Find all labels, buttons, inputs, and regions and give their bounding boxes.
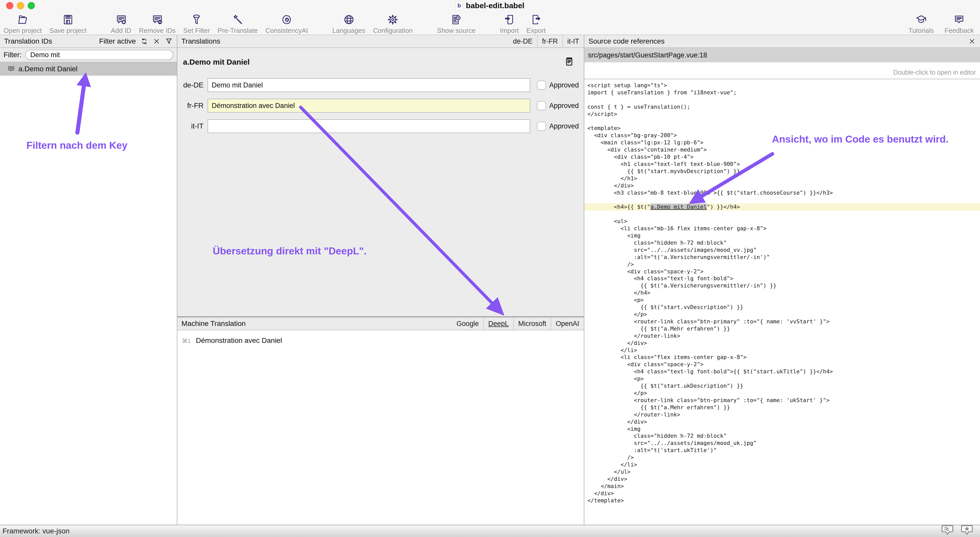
code-line <box>587 118 980 125</box>
bubble-star-icon[interactable] <box>961 525 973 537</box>
provider-tab-google[interactable]: Google <box>452 317 483 330</box>
code-line: {{ $t("a.Mehr erfahren") }} <box>587 404 980 411</box>
code-line: <h4 class="text-lg font-bold"> <box>587 275 980 282</box>
export-icon <box>530 13 542 25</box>
filter-funnel-icon[interactable] <box>165 37 173 45</box>
toolbar-feedback-button[interactable]: Feedback <box>945 13 974 35</box>
comment-icon <box>7 65 15 73</box>
code-line: {{ $t("a.Mehr erfahren") }} <box>587 325 980 332</box>
clear-filter-icon[interactable] <box>153 37 161 45</box>
toolbar-item-label: Set Filter <box>183 27 210 35</box>
toolbar-import-button[interactable]: Import <box>500 13 519 35</box>
translation-key-link[interactable]: a.Demo mit Daniel <box>651 204 707 210</box>
code-line: </template> <box>587 497 980 504</box>
provider-tab-microsoft[interactable]: Microsoft <box>513 317 551 330</box>
translation-input-de-de[interactable] <box>208 78 530 92</box>
code-line: <p> <box>587 296 980 304</box>
main-area: Translation IDs Filter active Filter: a.… <box>0 35 980 525</box>
source-references-title: Source code references <box>589 37 665 45</box>
provider-tab-openai[interactable]: OpenAI <box>551 317 584 330</box>
code-line: </script> <box>587 110 980 118</box>
code-line: </h4> <box>587 289 980 296</box>
filter-label: Filter: <box>3 51 22 59</box>
toolbar-set-filter-button[interactable]: Set Filter <box>183 13 210 35</box>
toolbar-group: ImportExport <box>500 13 546 35</box>
toolbar-save-project-button[interactable]: Save project <box>49 13 87 35</box>
code-line: </li> <box>587 461 980 468</box>
set-filter-icon <box>191 13 202 25</box>
toolbar-item-label: Feedback <box>945 27 974 35</box>
refresh-icon[interactable] <box>140 37 148 45</box>
language-tab-de-de[interactable]: de-DE <box>508 35 537 48</box>
toolbar-consistencyai-button[interactable]: ConsistencyAI <box>266 13 308 35</box>
code-line <box>587 96 980 104</box>
code-line: </main> <box>587 483 980 490</box>
remove-ids-icon <box>151 13 163 25</box>
language-tab-fr-fr[interactable]: fr-FR <box>537 35 562 48</box>
id-list-item[interactable]: a.Demo mit Daniel <box>0 62 177 76</box>
approved-label: Approved <box>549 81 579 89</box>
approved-label: Approved <box>549 102 579 110</box>
toolbar-add-id-button[interactable]: Add ID <box>111 13 131 35</box>
toolbar-group: LanguagesConfiguration <box>332 13 413 35</box>
code-line: <ul> <box>587 218 980 225</box>
status-bar: Framework: vue-json <box>0 525 980 537</box>
toolbar-configuration-button[interactable]: Configuration <box>373 13 413 35</box>
notes-icon[interactable] <box>564 56 574 68</box>
code-line <box>587 196 980 204</box>
save-floppy-icon <box>62 13 74 25</box>
approved-checkbox-fr-fr[interactable] <box>537 101 546 110</box>
toolbar-item-label: Import <box>500 27 519 35</box>
code-line: </p> <box>587 390 980 397</box>
close-panel-icon[interactable] <box>968 37 976 45</box>
babel-file-icon: b <box>456 1 463 10</box>
toolbar-languages-button[interactable]: Languages <box>332 13 366 35</box>
source-file-reference[interactable]: src/pages/start/GuestStartPage.vue:18 <box>584 48 980 62</box>
toolbar-export-button[interactable]: Export <box>527 13 546 35</box>
configuration-gear-icon <box>387 13 399 25</box>
window-title: babel-edit.babel <box>466 1 524 10</box>
code-line: <h1 class="text-left text-blue-900"> <box>587 161 980 168</box>
language-tab-it-it[interactable]: it-IT <box>563 35 584 48</box>
code-line: :alt="t('start.ukTitle')" <box>587 447 980 454</box>
machine-translation-results: ⌘1Démonstration avec Daniel <box>177 330 584 525</box>
code-line: <router-link class="btn-primary" :to="{ … <box>587 318 980 325</box>
minimize-window-button[interactable] <box>17 2 24 9</box>
bubble-approx-icon[interactable] <box>941 525 954 537</box>
toolbar-remove-ids-button[interactable]: Remove IDs <box>139 13 175 35</box>
translations-body: a.Demo mit Daniel de-DEApprovedfr-FRAppr… <box>177 48 584 316</box>
provider-tab-deepl[interactable]: DeepL <box>483 317 513 330</box>
source-references-header: Source code references <box>584 35 980 48</box>
toolbar-item-label: Save project <box>49 27 87 35</box>
toolbar-pre-translate-button[interactable]: Pre-Translate <box>218 13 258 35</box>
editor-hint: Double-click to open in editor <box>584 62 980 79</box>
approved-checkbox-it-it[interactable] <box>537 121 546 131</box>
code-line: /> <box>587 454 980 461</box>
toolbar-tutorials-button[interactable]: Tutorials <box>908 13 934 35</box>
import-icon <box>503 13 515 25</box>
filter-input[interactable] <box>25 50 173 60</box>
translation-input-fr-fr[interactable] <box>208 99 530 113</box>
machine-translation-header: Machine Translation GoogleDeepLMicrosoft… <box>177 317 584 330</box>
code-line: </ul> <box>587 468 980 475</box>
machine-translation-result[interactable]: ⌘1Démonstration avec Daniel <box>177 335 584 345</box>
close-window-button[interactable] <box>6 2 13 9</box>
code-line: <div class="pb-10 pt-4"> <box>587 153 980 161</box>
code-line: src="../../assets/images/mood_vv.jpg" <box>587 247 980 253</box>
code-line: <div class="bg-gray-200"> <box>587 132 980 139</box>
zoom-window-button[interactable] <box>28 2 35 9</box>
babeledit-window: b babel-edit.babel Open projectSave proj… <box>0 0 980 537</box>
toolbar-group: Show source <box>437 13 476 35</box>
toolbar-open-project-button[interactable]: Open project <box>3 13 42 35</box>
pre-translate-icon <box>232 13 244 25</box>
language-label: it-IT <box>183 122 204 130</box>
code-line: </div> <box>587 418 980 425</box>
code-line: <h3 class="mb-8 text-blue-900">{{ $t("st… <box>587 189 980 196</box>
translation-input-it-it[interactable] <box>208 119 530 133</box>
toolbar-item-label: ConsistencyAI <box>266 27 308 35</box>
code-line: /> <box>587 261 980 268</box>
translation-row-it-it: it-ITApproved <box>183 119 584 133</box>
toolbar-show-source-button[interactable]: Show source <box>437 13 476 35</box>
toolbar-item-label: Remove IDs <box>139 27 175 35</box>
approved-checkbox-de-de[interactable] <box>537 81 546 90</box>
